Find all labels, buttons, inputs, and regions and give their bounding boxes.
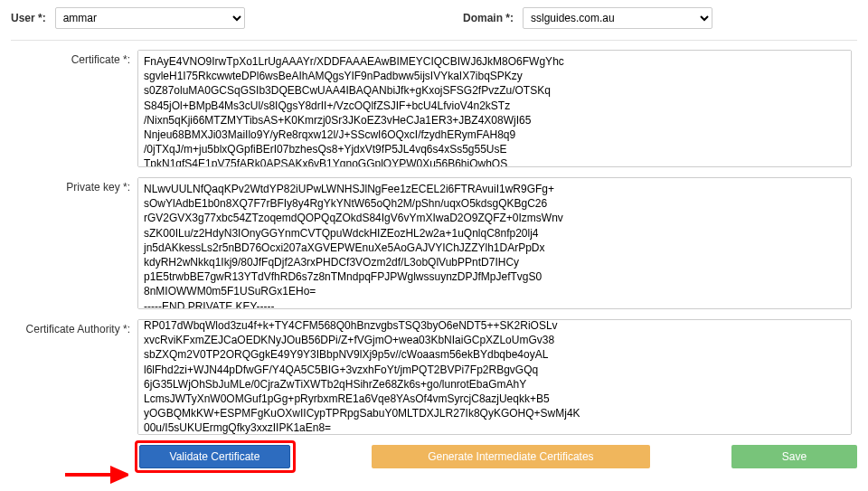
ca-label: Certificate Authority *:	[11, 319, 137, 335]
save-button[interactable]: Save	[731, 445, 857, 468]
svg-marker-1	[112, 468, 127, 481]
user-group: User *: ammar	[11, 7, 245, 29]
certificate-textarea[interactable]	[137, 50, 852, 167]
private-key-textarea[interactable]	[137, 177, 852, 309]
user-select[interactable]: ammar	[55, 7, 245, 29]
private-key-row: Private key *:	[11, 177, 857, 312]
divider	[11, 40, 857, 41]
generate-button[interactable]: Generate Intermediate Certificates	[372, 445, 650, 468]
domain-select[interactable]: sslguides.com.au	[523, 7, 712, 29]
arrow-annotation	[65, 466, 128, 483]
certificate-label: Certificate *:	[11, 50, 137, 66]
domain-label: Domain *:	[463, 12, 514, 24]
button-row: Validate Certificate Generate Intermedia…	[139, 445, 857, 468]
domain-group: Domain *: sslguides.com.au	[463, 7, 712, 29]
certificate-row: Certificate *:	[11, 50, 857, 170]
private-key-label: Private key *:	[11, 177, 137, 194]
user-label: User *:	[11, 12, 46, 24]
ca-row: Certificate Authority *:	[11, 319, 857, 438]
top-controls: User *: ammar Domain *: sslguides.com.au	[11, 7, 857, 29]
validate-button[interactable]: Validate Certificate	[139, 445, 290, 468]
ca-textarea[interactable]	[137, 319, 852, 435]
